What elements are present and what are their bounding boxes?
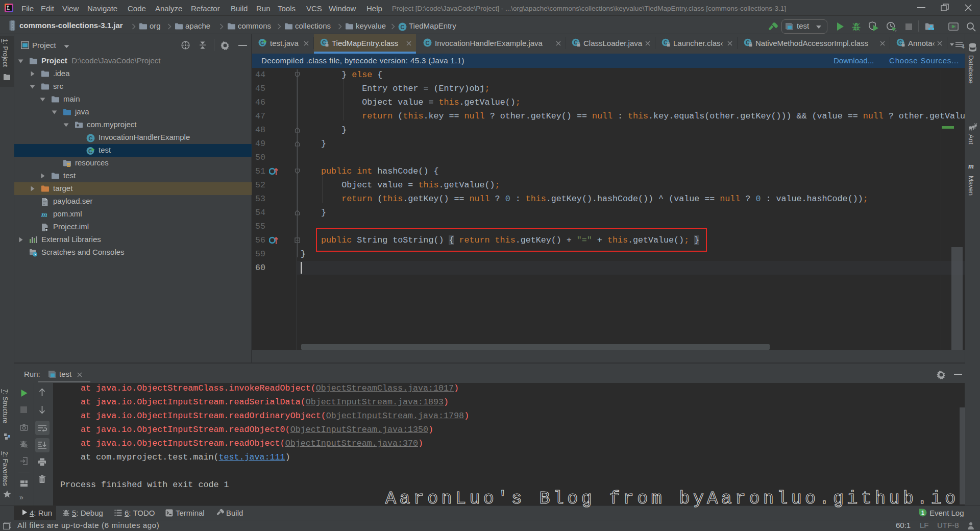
svg-text:C: C: [426, 40, 430, 46]
svg-text:1: 1: [921, 510, 924, 516]
svg-text:m: m: [41, 210, 47, 219]
svg-text:C: C: [401, 24, 405, 30]
svg-text:m: m: [968, 162, 974, 170]
svg-text:C: C: [89, 135, 93, 141]
